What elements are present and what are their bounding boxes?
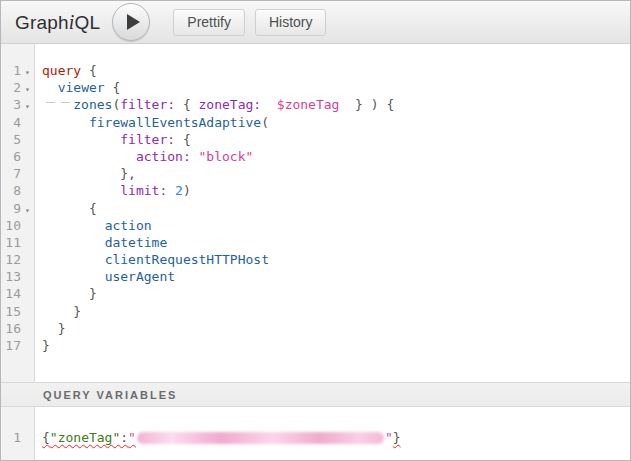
code-token: action: <box>136 149 191 164</box>
code-token <box>42 286 89 301</box>
fold-arrow-icon[interactable]: ▾ <box>21 202 34 219</box>
line-text: viewer { <box>34 79 120 96</box>
code-line[interactable]: 11 datetime <box>1 234 630 251</box>
code-line[interactable]: 14 } <box>1 285 630 302</box>
code-line[interactable]: 7 }, <box>1 165 630 182</box>
code-token: filter: <box>120 97 175 112</box>
code-token <box>81 63 89 78</box>
tab-marker <box>42 96 58 109</box>
code-token: " <box>385 430 393 445</box>
line-number: 5 <box>1 131 21 148</box>
line-text: limit: 2) <box>34 182 191 199</box>
line-number: 2 <box>1 79 21 96</box>
variables-editor[interactable]: 1{"zoneTag":""} <box>1 407 630 460</box>
code-token <box>42 183 120 198</box>
history-button[interactable]: History <box>255 9 327 36</box>
line-text: } <box>34 337 50 354</box>
code-token: "zoneTag" <box>50 430 120 445</box>
fold-arrow-icon[interactable]: ▾ <box>21 98 34 115</box>
query-editor[interactable]: 1▾query {2▾ viewer {3▾zones(filter: { zo… <box>1 44 630 382</box>
code-token: userAgent <box>105 269 175 284</box>
code-token <box>363 97 371 112</box>
code-token: " <box>128 430 136 445</box>
line-number: 10 <box>1 217 21 234</box>
code-token <box>42 149 136 164</box>
code-token <box>42 132 120 147</box>
prettify-button[interactable]: Prettify <box>173 9 245 36</box>
line-number: 11 <box>1 234 21 251</box>
code-token: limit: <box>120 183 167 198</box>
code-token <box>175 97 183 112</box>
code-line[interactable]: 8 limit: 2) <box>1 182 630 199</box>
code-token: { <box>89 201 97 216</box>
code-line[interactable]: 12 clientRequestHTTPHost <box>1 251 630 268</box>
code-token <box>261 97 277 112</box>
code-token: } <box>42 338 50 353</box>
code-token <box>42 304 73 319</box>
query-variables-title: QUERY VARIABLES <box>43 389 177 401</box>
line-text: filter: { <box>34 131 191 148</box>
code-line[interactable]: 15 } <box>1 303 630 320</box>
line-text: action: "block" <box>34 148 253 165</box>
code-token: ( <box>261 115 269 130</box>
code-token <box>42 235 105 250</box>
code-token: } <box>355 97 363 112</box>
logo-text-graph: Graph <box>15 12 69 33</box>
code-line[interactable]: 3▾zones(filter: { zoneTag: $zoneTag } ) … <box>1 96 630 113</box>
execute-query-button[interactable] <box>112 3 150 41</box>
code-line[interactable]: 13 userAgent <box>1 268 630 285</box>
line-number: 14 <box>1 285 21 302</box>
line-text: firewallEventsAdaptive( <box>34 114 269 131</box>
code-line[interactable]: 6 action: "block" <box>1 148 630 165</box>
line-text: } <box>34 320 65 337</box>
query-variables-header[interactable]: QUERY VARIABLES <box>1 382 630 407</box>
code-token <box>191 97 199 112</box>
code-line[interactable]: 9▾ { <box>1 200 630 217</box>
redacted-value <box>137 432 384 444</box>
code-token: zoneTag: <box>199 97 262 112</box>
line-number: 7 <box>1 165 21 182</box>
code-token: viewer <box>58 80 105 95</box>
logo-text-ql: QL <box>75 12 101 33</box>
line-number: 3 <box>1 96 21 113</box>
fold-arrow-icon[interactable]: ▾ <box>21 64 34 81</box>
code-token: }, <box>120 166 136 181</box>
graphiql-window: GraphiQL Prettify History 1▾query {2▾ vi… <box>0 0 631 461</box>
code-token <box>191 149 199 164</box>
code-token <box>42 166 120 181</box>
code-token: 2 <box>175 183 183 198</box>
code-token <box>167 183 175 198</box>
line-text: action <box>34 217 152 234</box>
code-line[interactable]: 17} <box>1 337 630 354</box>
code-token: firewallEventsAdaptive <box>89 115 261 130</box>
line-text: }, <box>34 165 136 182</box>
code-line[interactable]: 10 action <box>1 217 630 234</box>
code-line[interactable]: 1{"zoneTag":""} <box>1 429 630 446</box>
code-line[interactable]: 1▾query { <box>1 62 630 79</box>
code-token: { <box>386 97 394 112</box>
tab-marker <box>58 96 74 109</box>
code-token: ) <box>371 97 379 112</box>
line-text: } <box>34 285 97 302</box>
line-text: { <box>34 200 97 217</box>
code-line[interactable]: 16 } <box>1 320 630 337</box>
line-number: 6 <box>1 148 21 165</box>
line-text: } <box>34 303 81 320</box>
code-token <box>42 218 105 233</box>
code-line[interactable]: 4 firewallEventsAdaptive( <box>1 114 630 131</box>
fold-arrow-icon[interactable]: ▾ <box>21 81 34 98</box>
code-line[interactable]: 5 filter: { <box>1 131 630 148</box>
code-token: clientRequestHTTPHost <box>105 252 269 267</box>
line-number: 16 <box>1 320 21 337</box>
code-token: : <box>120 430 128 445</box>
code-token: } <box>58 321 66 336</box>
line-number: 4 <box>1 114 21 131</box>
toolbar: GraphiQL Prettify History <box>1 1 630 44</box>
code-token: } <box>89 286 97 301</box>
code-token: } <box>73 304 81 319</box>
line-number: 9 <box>1 200 21 217</box>
line-number: 8 <box>1 182 21 199</box>
line-text: clientRequestHTTPHost <box>34 251 269 268</box>
code-line[interactable]: 2▾ viewer { <box>1 79 630 96</box>
line-text: zones(filter: { zoneTag: $zoneTag } ) { <box>34 96 394 113</box>
